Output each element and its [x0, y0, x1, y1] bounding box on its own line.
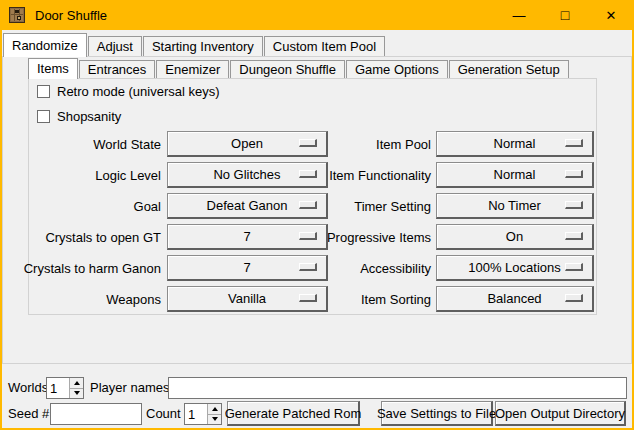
dropdown-indicator-icon [565, 263, 583, 271]
goal-value: Defeat Ganon [207, 198, 288, 213]
option-row: Crystals to open GT 7 Progressive Items … [29, 224, 598, 250]
shopsanity-label: Shopsanity [57, 109, 121, 124]
spin-up-icon [212, 407, 218, 411]
tab-items[interactable]: Items [28, 58, 78, 79]
progressive-items-label: Progressive Items [328, 230, 431, 245]
spin-down-button[interactable] [208, 415, 221, 425]
crystals-ganon-value: 7 [243, 260, 250, 275]
option-row: World State Open Item Pool Normal [29, 131, 598, 157]
tab-starting-inventory[interactable]: Starting Inventory [143, 36, 263, 56]
worlds-spinner[interactable] [46, 377, 84, 399]
retro-mode-checkbox[interactable] [37, 85, 50, 98]
count-input[interactable] [185, 404, 207, 424]
tab-dungeon-shuffle[interactable]: Dungeon Shuffle [230, 60, 345, 78]
logic-level-select[interactable]: No Glitches [167, 162, 328, 188]
count-label: Count [146, 403, 181, 425]
player-names-input[interactable] [168, 377, 627, 399]
minimize-icon: — [513, 8, 526, 23]
crystals-gt-label: Crystals to open GT [29, 230, 161, 245]
window: Door Shuffle — □ ✕ Randomize Adjust Star… [0, 0, 634, 430]
item-sorting-value: Balanced [487, 291, 541, 306]
crystals-gt-value: 7 [243, 229, 250, 244]
option-row: Goal Defeat Ganon Timer Setting No Timer [29, 193, 598, 219]
tab-generation-setup[interactable]: Generation Setup [449, 60, 569, 78]
item-pool-select[interactable]: Normal [436, 131, 594, 157]
item-sorting-select[interactable]: Balanced [436, 286, 594, 312]
spin-down-icon [212, 417, 218, 421]
seed-label: Seed # [8, 403, 49, 425]
accessibility-label: Accessibility [328, 261, 431, 276]
dropdown-indicator-icon [565, 294, 583, 302]
accessibility-select[interactable]: 100% Locations [436, 255, 594, 281]
dropdown-indicator-icon [299, 263, 317, 271]
worlds-spinner-arrows [69, 378, 83, 398]
close-button[interactable]: ✕ [588, 0, 634, 30]
window-title: Door Shuffle [35, 8, 107, 23]
dropdown-indicator-icon [565, 232, 583, 240]
tab-custom-item-pool[interactable]: Custom Item Pool [264, 36, 385, 56]
count-spinner[interactable] [184, 403, 222, 425]
world-state-label: World State [29, 137, 161, 152]
item-pool-value: Normal [494, 136, 536, 151]
spin-up-button[interactable] [70, 378, 83, 389]
generate-rom-button[interactable]: Generate Patched Rom [227, 401, 360, 426]
item-functionality-label: Item Functionality [328, 168, 431, 183]
spin-up-icon [74, 381, 80, 385]
open-output-button[interactable]: Open Output Directory [495, 401, 626, 426]
spin-down-button[interactable] [70, 389, 83, 399]
inner-tab-pane: Retro mode (universal keys) Shopsanity W… [28, 78, 597, 315]
item-sorting-label: Item Sorting [328, 292, 431, 307]
option-row: Logic Level No Glitches Item Functionali… [29, 162, 598, 188]
worlds-label: Worlds [8, 377, 48, 399]
crystals-ganon-select[interactable]: 7 [167, 255, 328, 281]
crystals-ganon-label: Crystals to harm Ganon [29, 261, 161, 276]
world-state-value: Open [231, 136, 263, 151]
maximize-icon: □ [561, 7, 569, 23]
tab-randomize[interactable]: Randomize [3, 33, 87, 57]
shopsanity-checkbox[interactable] [37, 110, 50, 123]
shopsanity-option[interactable]: Shopsanity [37, 109, 121, 124]
titlebar: Door Shuffle — □ ✕ [0, 0, 634, 30]
item-functionality-value: Normal [494, 167, 536, 182]
spin-down-icon [74, 391, 80, 395]
count-spinner-arrows [207, 404, 221, 424]
goal-select[interactable]: Defeat Ganon [167, 193, 328, 219]
item-pool-label: Item Pool [328, 137, 431, 152]
progressive-items-select[interactable]: On [436, 224, 594, 250]
retro-mode-option[interactable]: Retro mode (universal keys) [37, 84, 220, 99]
dropdown-indicator-icon [299, 139, 317, 147]
timer-setting-value: No Timer [488, 198, 541, 213]
minimize-button[interactable]: — [496, 0, 542, 30]
close-icon: ✕ [606, 8, 617, 23]
retro-mode-label: Retro mode (universal keys) [57, 84, 220, 99]
accessibility-value: 100% Locations [468, 260, 561, 275]
maximize-button[interactable]: □ [542, 0, 588, 30]
dropdown-indicator-icon [299, 201, 317, 209]
outer-tab-bar: Randomize Adjust Starting Inventory Cust… [3, 32, 386, 56]
worlds-input[interactable] [47, 378, 69, 398]
option-row: Crystals to harm Ganon 7 Accessibility 1… [29, 255, 598, 281]
seed-input[interactable] [50, 403, 142, 425]
dropdown-indicator-icon [565, 170, 583, 178]
crystals-gt-select[interactable]: 7 [167, 224, 328, 250]
timer-setting-select[interactable]: No Timer [436, 193, 594, 219]
world-state-select[interactable]: Open [167, 131, 328, 157]
tab-enemizer[interactable]: Enemizer [156, 60, 229, 78]
dropdown-indicator-icon [299, 170, 317, 178]
logic-level-value: No Glitches [213, 167, 280, 182]
option-row: Weapons Vanilla Item Sorting Balanced [29, 286, 598, 312]
save-settings-button[interactable]: Save Settings to File [381, 401, 493, 426]
dropdown-indicator-icon [565, 201, 583, 209]
weapons-label: Weapons [29, 292, 161, 307]
timer-setting-label: Timer Setting [328, 199, 431, 214]
tab-adjust[interactable]: Adjust [88, 36, 142, 56]
window-controls: — □ ✕ [496, 0, 634, 30]
tab-game-options[interactable]: Game Options [346, 60, 448, 78]
weapons-select[interactable]: Vanilla [167, 286, 328, 312]
app-icon [9, 7, 25, 23]
item-functionality-select[interactable]: Normal [436, 162, 594, 188]
inner-tab-bar: Items Entrances Enemizer Dungeon Shuffle… [28, 57, 570, 78]
tab-entrances[interactable]: Entrances [79, 60, 156, 78]
spin-up-button[interactable] [208, 404, 221, 415]
logic-level-label: Logic Level [29, 168, 161, 183]
